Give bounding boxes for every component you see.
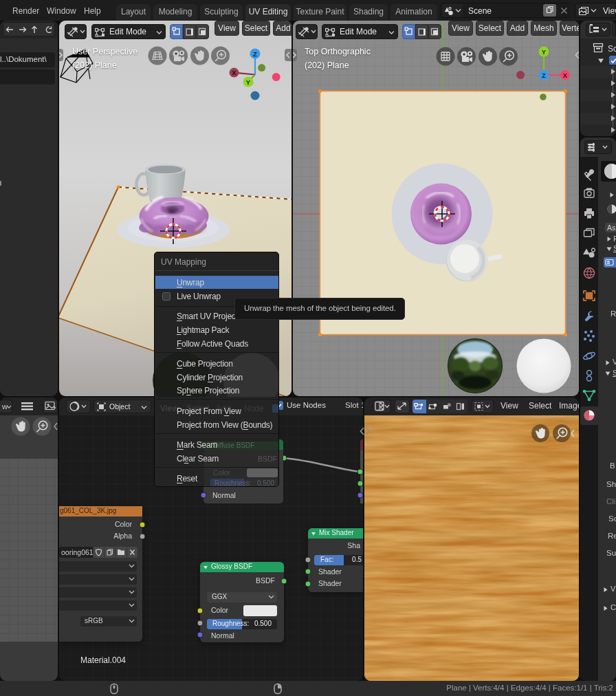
svg-text:X: X xyxy=(563,72,568,79)
svg-text:Y: Y xyxy=(542,48,547,56)
svg-text:X: X xyxy=(232,69,236,76)
svg-text:Z: Z xyxy=(542,72,546,79)
svg-text:Z: Z xyxy=(253,50,257,58)
svg-text:Y: Y xyxy=(246,78,251,86)
